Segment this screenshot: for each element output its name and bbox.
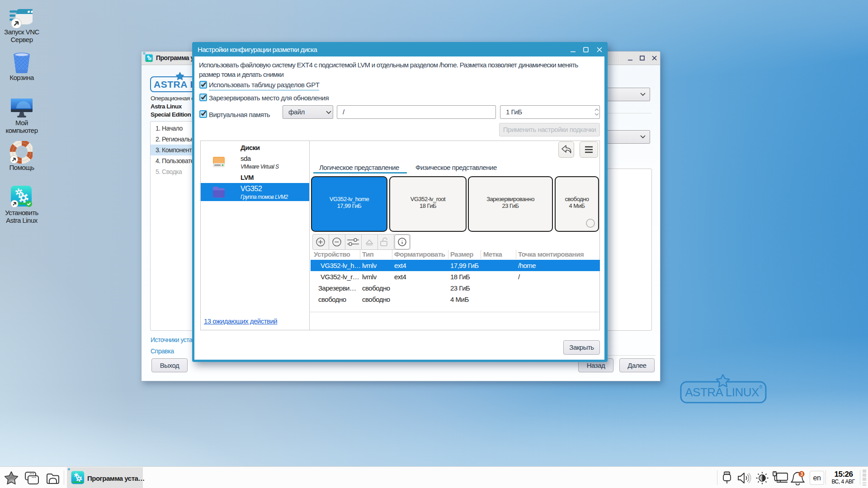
svg-text:®: ®	[759, 385, 763, 389]
svg-text:ASTRA LINUX: ASTRA LINUX	[685, 385, 759, 399]
